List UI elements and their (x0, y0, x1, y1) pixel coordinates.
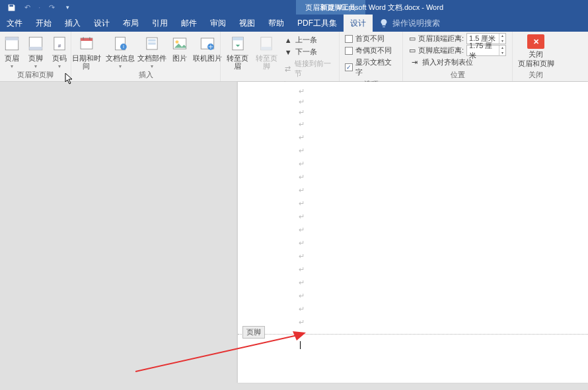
paragraph-mark-icon: ↵ (299, 278, 305, 287)
svg-rect-7 (81, 38, 92, 41)
tab-review[interactable]: 审阅 (203, 15, 233, 32)
tab-design[interactable]: 设计 (87, 15, 116, 32)
tell-me-search[interactable]: 操作说明搜索 (373, 15, 447, 32)
qat-customize-caret[interactable]: ▾ (63, 3, 72, 12)
doc-info-icon: i (111, 34, 129, 53)
group-label-insert: 插入 (139, 70, 153, 81)
footer-separator (238, 334, 588, 335)
qat-separator: · (38, 3, 40, 12)
chevron-down-icon: ▾ (119, 63, 122, 69)
insert-alignment-tab-button[interactable]: ⇥ 插入对齐制表位 (409, 57, 506, 68)
paragraph-mark-icon: ↵ (299, 186, 305, 195)
paragraph-mark-icon: ↵ (299, 87, 305, 96)
spinner-buttons[interactable]: ▴▾ (499, 34, 505, 44)
group-label-position: 位置 (451, 70, 465, 81)
svg-rect-3 (29, 47, 42, 50)
tab-view[interactable]: 视图 (233, 15, 262, 32)
chevron-down-icon: ▾ (11, 63, 13, 69)
redo-icon[interactable]: ↷ (47, 3, 56, 12)
quick-parts-button[interactable]: 文档部件 ▾ (136, 33, 168, 69)
tab-headerfooter-design[interactable]: 设计 (344, 15, 373, 32)
goto-header-button[interactable]: 转至页眉 (223, 33, 252, 70)
svg-point-17 (175, 40, 178, 44)
chevron-down-icon: ▾ (151, 63, 153, 69)
tab-references[interactable]: 引用 (145, 15, 174, 32)
header-distance-icon: ▭ (409, 34, 416, 43)
arrow-up-icon: ▲ (283, 36, 293, 45)
tab-layout[interactable]: 布局 (116, 15, 145, 32)
spinner-buttons[interactable]: ▴▾ (499, 46, 505, 56)
show-document-text-checkbox[interactable]: ✓ 显示文档文字 (344, 57, 398, 78)
chevron-down-icon: ▾ (34, 63, 37, 69)
text-cursor (300, 341, 301, 349)
previous-section-button[interactable]: ▲ 上一条 (282, 34, 335, 46)
paragraph-mark-icon: ↵ (299, 305, 305, 313)
paragraph-mark-icon: ↵ (299, 133, 305, 142)
document-info-button[interactable]: i 文档信息 ▾ (104, 33, 136, 69)
goto-header-icon (229, 34, 247, 53)
tell-me-label: 操作说明搜索 (392, 18, 440, 29)
footer-gallery-button[interactable]: 页脚 ▾ (24, 33, 48, 69)
different-first-page-checkbox[interactable]: 首页不同 (344, 33, 398, 44)
goto-footer-icon (257, 34, 276, 53)
paragraph-mark-icon: ↵ (299, 292, 305, 300)
undo-icon[interactable]: ↶ (22, 3, 32, 12)
footer-icon (26, 34, 45, 53)
quick-parts-icon (143, 34, 161, 53)
goto-footer-button: 转至页脚 (252, 33, 281, 70)
paragraph-mark-icon: ↵ (299, 120, 305, 129)
header-gallery-button[interactable]: 页眉 ▾ (0, 33, 24, 69)
close-x-icon: ✕ (527, 34, 544, 49)
next-section-button[interactable]: ▼ 下一条 (282, 46, 335, 57)
link-icon: ⇄ (283, 64, 292, 73)
footer-distance-icon: ▭ (409, 46, 416, 55)
save-icon[interactable] (7, 3, 16, 12)
page-number-button[interactable]: # 页码 ▾ (48, 33, 71, 69)
checkbox-checked-icon: ✓ (345, 63, 353, 71)
tab-insert[interactable]: 插入 (58, 15, 87, 32)
close-header-footer-button[interactable]: ✕ 关闭 页眉和页脚 (515, 33, 556, 67)
different-odd-even-checkbox[interactable]: 奇偶页不同 (344, 45, 398, 56)
online-picture-icon (198, 34, 217, 53)
tab-help[interactable]: 帮助 (262, 15, 291, 32)
tab-pdf-tools[interactable]: PDF工具集 (291, 15, 344, 32)
paragraph-mark-icon: ↵ (299, 265, 305, 274)
paragraph-mark-icon: ↵ (299, 226, 305, 234)
tab-file[interactable]: 文件 (0, 15, 29, 32)
checkbox-icon (345, 47, 353, 55)
document-page[interactable]: ↵ ↵ ↵ ↵ ↵ ↵ ↵ ↵ ↵ ↵ ↵ ↵ ↵ ↵ ↵ ↵ ↵ ↵ ↵ 页脚 (238, 82, 588, 383)
chevron-down-icon: ▾ (58, 63, 61, 69)
window-title: 新建 Microsoft Word 文档.docx - Word (320, 0, 443, 15)
tab-home[interactable]: 开始 (29, 15, 58, 32)
online-pictures-button[interactable]: 联机图片 (192, 33, 223, 62)
group-label-close: 关闭 (529, 70, 543, 81)
page-number-icon: # (50, 34, 69, 53)
svg-rect-23 (261, 47, 272, 50)
svg-rect-1 (5, 37, 18, 40)
tab-mailings[interactable]: 邮件 (174, 15, 203, 32)
svg-text:#: # (57, 43, 61, 49)
pictures-button[interactable]: 图片 (168, 33, 192, 62)
footer-from-bottom-label: 页脚底端距离: (418, 46, 464, 55)
footer-from-bottom-input[interactable]: 1.75 厘米 ▴▾ (466, 45, 506, 56)
svg-rect-15 (148, 42, 155, 44)
paragraph-mark-icon: ↵ (299, 239, 305, 247)
lightbulb-icon (379, 18, 388, 28)
date-time-button[interactable]: 日期和时间 (69, 33, 104, 70)
picture-icon (170, 34, 189, 53)
paragraph-mark-icon: ↵ (299, 160, 305, 168)
paragraph-mark-icon: ↵ (299, 173, 305, 181)
svg-rect-21 (233, 37, 243, 40)
paragraph-mark-icon: ↵ (299, 252, 305, 261)
group-label-headerfooter: 页眉和页脚 (17, 70, 54, 81)
footer-from-bottom-row: ▭ 页脚底端距离: 1.75 厘米 ▴▾ (409, 45, 506, 56)
header-from-top-label: 页眉顶端距离: (418, 34, 464, 44)
paragraph-mark-icon: ↵ (299, 146, 305, 155)
footer-region-tag: 页脚 (242, 326, 265, 339)
paragraph-mark-icon: ↵ (299, 98, 305, 106)
checkbox-icon (345, 35, 353, 43)
paragraph-mark-icon: ↵ (299, 212, 305, 221)
paragraph-mark-icon: ↵ (299, 199, 305, 208)
document-workspace: ↵ ↵ ↵ ↵ ↵ ↵ ↵ ↵ ↵ ↵ ↵ ↵ ↵ ↵ ↵ ↵ ↵ ↵ ↵ 页脚 (0, 82, 588, 390)
mouse-cursor-icon (65, 73, 74, 84)
